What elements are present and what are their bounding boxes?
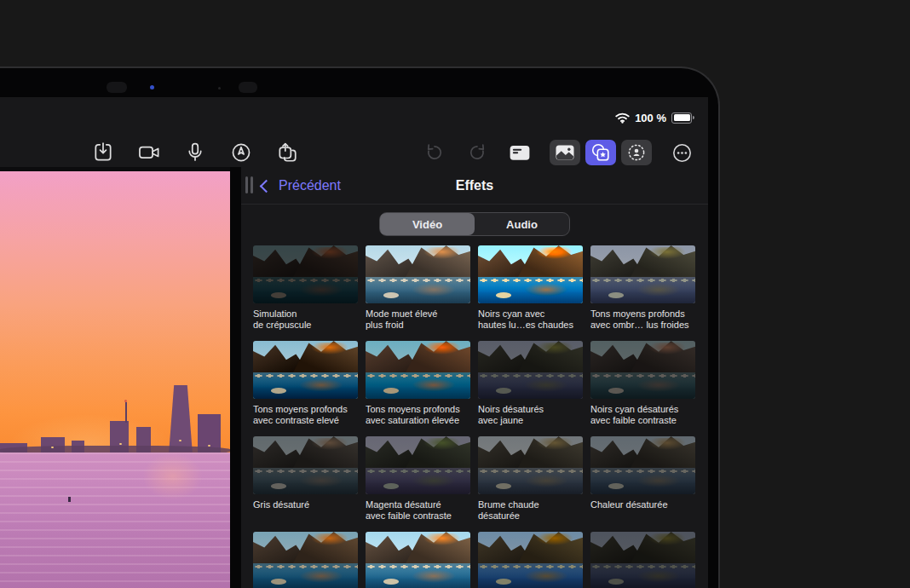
effect-thumbnail bbox=[478, 532, 583, 588]
effect-thumbnail bbox=[366, 532, 470, 588]
effect-item[interactable]: Noirs désaturés avec jaune bbox=[478, 341, 583, 429]
panel-divider bbox=[230, 167, 241, 588]
effect-item[interactable]: Tons moyens profonds avec contraste elev… bbox=[253, 341, 358, 429]
effect-item[interactable]: Brume chaude désaturée bbox=[478, 436, 583, 525]
drag-handle[interactable] bbox=[245, 176, 253, 193]
front-camera bbox=[107, 82, 127, 93]
app-screen: 100 % bbox=[0, 97, 708, 588]
back-label: Précédent bbox=[279, 178, 341, 193]
redo-icon[interactable] bbox=[464, 140, 490, 165]
effects-grid: Simulation de crépuscule Mode muet élevé… bbox=[241, 244, 708, 588]
effect-label: Chaleur désaturée bbox=[590, 499, 695, 525]
sensor-pill bbox=[239, 82, 257, 93]
effects-panel: Précédent Effets Vidéo Audio Simulation … bbox=[241, 167, 708, 588]
share-icon[interactable] bbox=[274, 140, 300, 165]
effect-thumbnail bbox=[253, 532, 358, 588]
effect-item[interactable] bbox=[478, 532, 583, 588]
status-bar: 100 % bbox=[0, 97, 708, 130]
effect-item[interactable] bbox=[590, 532, 695, 588]
effect-thumbnail bbox=[590, 436, 695, 494]
camcorder-icon[interactable] bbox=[136, 140, 162, 165]
photos-icon bbox=[555, 144, 575, 161]
ipad-device-frame: 100 % bbox=[0, 66, 720, 588]
effect-thumbnail bbox=[253, 436, 358, 494]
mic-icon[interactable] bbox=[182, 140, 208, 165]
voice-isolation-button[interactable] bbox=[621, 140, 652, 165]
more-icon[interactable] bbox=[669, 140, 694, 165]
effect-item[interactable]: Chaleur désaturée bbox=[590, 436, 695, 525]
titles-icon[interactable] bbox=[507, 140, 533, 165]
camera-indicator-dot bbox=[150, 85, 154, 89]
markup-icon[interactable] bbox=[228, 140, 254, 165]
effect-thumbnail bbox=[366, 341, 470, 399]
effects-button[interactable] bbox=[585, 140, 616, 165]
effect-item[interactable]: Mode muet élevé plus froid bbox=[366, 245, 470, 334]
photos-button[interactable] bbox=[550, 140, 580, 165]
skyline-tower bbox=[168, 385, 193, 453]
battery-percentage: 100 % bbox=[635, 112, 666, 124]
back-button[interactable]: Précédent bbox=[262, 178, 341, 193]
effect-label: Simulation de crépuscule bbox=[253, 308, 358, 334]
effect-label: Tons moyens profonds avec contraste elev… bbox=[253, 404, 358, 429]
effect-label: Noirs désaturés avec jaune bbox=[478, 404, 583, 429]
toolbar-right-group bbox=[422, 140, 694, 165]
effect-thumbnail bbox=[366, 436, 470, 494]
effect-item[interactable]: Simulation de crépuscule bbox=[253, 245, 358, 334]
video-preview-area: 46 % ••• bbox=[0, 167, 230, 588]
effect-item[interactable]: Tons moyens profonds avec ombr… lus froi… bbox=[590, 245, 695, 334]
effect-thumbnail bbox=[478, 341, 583, 399]
effect-thumbnail bbox=[478, 245, 583, 303]
panel-header: Précédent Effets bbox=[241, 167, 708, 205]
undo-icon[interactable] bbox=[422, 140, 447, 165]
effect-thumbnail bbox=[590, 341, 695, 399]
city-light bbox=[208, 445, 210, 447]
effect-thumbnail bbox=[478, 436, 583, 494]
effect-label: Mode muet élevé plus froid bbox=[366, 308, 470, 334]
battery-icon bbox=[671, 112, 694, 124]
effect-item[interactable] bbox=[366, 532, 470, 588]
effect-label: Gris désaturé bbox=[253, 499, 358, 525]
effect-thumbnail bbox=[366, 245, 470, 303]
panel-title: Effets bbox=[456, 178, 493, 193]
tab-video[interactable]: Vidéo bbox=[380, 213, 475, 235]
effect-label: Tons moyens profonds avec ombr… lus froi… bbox=[590, 308, 695, 334]
toolbar-tile-group bbox=[550, 140, 652, 165]
effect-item[interactable]: Noirs cyan avec hautes lu…es chaudes bbox=[478, 245, 583, 334]
main-content: 46 % ••• Pr bbox=[0, 167, 708, 588]
sensor-dot bbox=[218, 87, 221, 89]
voice-isolation-icon bbox=[626, 142, 647, 163]
effect-label: Magenta désaturé avec faible contraste bbox=[366, 499, 470, 525]
effect-item[interactable]: Tons moyens profonds avec saturation éle… bbox=[366, 341, 470, 429]
effect-thumbnail bbox=[253, 341, 358, 399]
effect-label: Brume chaude désaturée bbox=[478, 499, 583, 525]
effect-label: Noirs cyan désaturés avec faible contras… bbox=[590, 404, 695, 429]
effect-thumbnail bbox=[253, 245, 358, 303]
effect-item[interactable]: Noirs cyan désaturés avec faible contras… bbox=[590, 341, 695, 429]
effect-item[interactable]: Gris désaturé bbox=[253, 436, 358, 525]
tab-audio[interactable]: Audio bbox=[475, 213, 569, 235]
skyline-spire bbox=[125, 402, 127, 424]
video-preview-frame bbox=[0, 171, 230, 588]
effect-label: Tons moyens profonds avec saturation éle… bbox=[366, 404, 470, 429]
toolbar-left-group bbox=[90, 140, 300, 165]
effects-icon bbox=[590, 142, 612, 164]
tabs-row: Vidéo Audio bbox=[241, 205, 708, 244]
spire-light bbox=[124, 400, 127, 402]
water-reflection bbox=[0, 453, 230, 588]
wifi-icon bbox=[615, 112, 630, 124]
import-icon[interactable] bbox=[90, 140, 116, 165]
effect-item[interactable]: Magenta désaturé avec faible contraste bbox=[366, 436, 470, 525]
city-light bbox=[179, 440, 181, 441]
city-light bbox=[119, 443, 122, 445]
segmented-control: Vidéo Audio bbox=[379, 212, 570, 236]
chevron-left-icon bbox=[260, 179, 274, 193]
effect-thumbnail bbox=[590, 245, 695, 303]
buoy bbox=[68, 497, 71, 502]
effect-label: Noirs cyan avec hautes lu…es chaudes bbox=[478, 308, 583, 334]
effect-thumbnail bbox=[590, 532, 695, 588]
effect-item[interactable] bbox=[253, 532, 358, 588]
